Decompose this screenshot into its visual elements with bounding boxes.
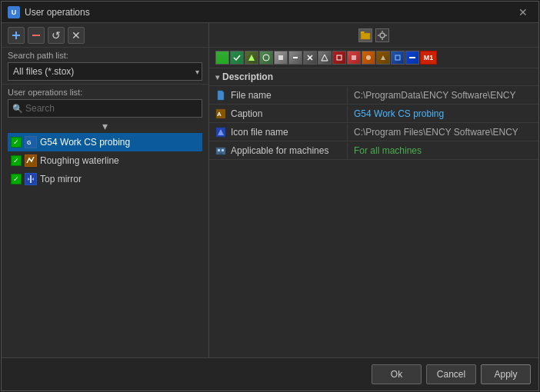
svg-point-16 [263,55,269,61]
window-title: User operations [25,7,514,18]
content-area: ↺ ✕ Search path list: All files (*.stox)… [2,23,538,357]
desc-key-caption: A Caption [209,105,348,122]
description-header: ▾ Description [209,68,538,86]
desc-key-label-icon-filename: Icon file name [231,127,288,138]
file-icon [215,90,226,101]
checkbox-checked-icon: ✓ [11,174,22,184]
checkbox-checked-icon: ✓ [11,137,22,148]
settings-icon[interactable] [375,28,389,42]
description-table: ▾ Description File name C:\P [209,68,538,357]
svg-rect-32 [218,149,220,151]
nav-folder-icon[interactable] [358,28,372,42]
desc-value-caption: G54 Work CS probing [348,105,450,122]
apply-button[interactable]: Apply [481,364,531,384]
strip-icon-4[interactable] [259,51,273,65]
mirror-icon [25,173,37,185]
strip-icon-7[interactable] [303,51,317,65]
description-header-label: Description [222,71,273,82]
icon-strip: M1 [209,48,538,68]
strip-icon-1[interactable] [215,51,229,65]
desc-key-label-filename: File name [231,90,272,101]
desc-key-filename: File name [209,87,348,104]
left-toolbar: ↺ ✕ [2,23,208,48]
main-window: U User operations ✕ ↺ ✕ Search path list… [1,1,539,391]
close-left-button[interactable]: ✕ [68,27,85,44]
desc-value-icon-filename: C:\Program Files\ENCY Software\ENCY [348,124,525,141]
g54-icon: G [25,136,37,148]
strip-icon-3[interactable] [245,51,258,65]
refresh-button[interactable]: ↺ [48,27,65,44]
desc-key-label-caption: Caption [231,108,262,119]
collapse-arrow-icon[interactable]: ▾ [215,73,219,81]
desc-value-machines: For all machines [348,142,428,159]
svg-rect-1 [12,35,20,36]
desc-key-label-machines: Applicable for machines [231,145,328,156]
search-path-dropdown-wrapper: All files (*.stox) ▾ [8,62,202,81]
ok-button[interactable]: Ok [372,364,422,384]
filter-arrow-icon: ▾ [8,120,202,132]
svg-marker-21 [322,55,328,61]
description-row-machines: Applicable for machines For all machines [209,141,538,160]
right-toolbar [209,23,538,48]
svg-point-24 [366,55,371,60]
user-ops-label: User operations list: [8,88,202,97]
strip-icon-2[interactable] [230,51,244,65]
svg-rect-34 [219,153,222,154]
item-label: G54 Work CS probing [40,137,130,148]
icon-file-icon [215,127,226,138]
item-label: Top mirror [40,174,82,184]
strip-icon-5[interactable] [274,51,288,65]
svg-rect-18 [293,57,298,58]
right-panel: M1 ▾ Description [209,23,538,357]
search-path-dropdown[interactable]: All files (*.stox) [8,62,202,81]
svg-marker-15 [248,55,255,61]
search-input[interactable] [8,99,202,118]
svg-rect-22 [337,55,342,60]
list-item[interactable]: ✓ G G54 Work CS probing [8,133,202,151]
svg-rect-23 [352,55,356,60]
desc-value-filename: C:\ProgramData\ENCY Software\ENCY [348,87,522,104]
add-button[interactable] [8,27,25,44]
svg-rect-33 [222,149,224,151]
desc-key-machines: Applicable for machines [209,142,348,159]
strip-icon-12[interactable] [376,51,390,65]
left-panel: ↺ ✕ Search path list: All files (*.stox)… [2,23,209,357]
remove-button[interactable] [28,27,45,44]
strip-icon-14[interactable] [405,51,419,65]
strip-icon-6[interactable] [288,51,302,65]
m1-badge[interactable]: M1 [420,51,437,65]
list-item[interactable]: ✓ Top mirror [8,170,202,188]
title-bar: U User operations ✕ [2,2,538,23]
window-icon: U [8,6,20,18]
checkbox-checked-icon: ✓ [11,155,22,166]
search-path-section: Search path list: All files (*.stox) ▾ [2,48,208,85]
rough-icon [25,154,37,167]
description-row-icon-filename: Icon file name C:\Program Files\ENCY Sof… [209,123,538,141]
window-close-button[interactable]: ✕ [514,5,532,20]
item-label: Roughing waterline [40,155,119,166]
strip-icon-10[interactable] [347,51,361,65]
search-box-wrapper: 🔍 [8,99,202,118]
strip-icon-8[interactable] [318,51,332,65]
search-icon: 🔍 [12,104,23,114]
ops-list: ✓ G G54 Work CS probing ✓ [8,133,202,357]
list-item[interactable]: ✓ Roughing waterline [8,151,202,170]
machines-icon [215,145,226,156]
description-row-caption: A Caption G54 Work CS probing [209,105,538,123]
strip-icon-11[interactable] [362,51,375,65]
search-path-label: Search path list: [8,51,202,60]
caption-icon: A [215,108,226,119]
strip-icon-9[interactable] [332,51,346,65]
svg-text:G: G [27,140,32,145]
svg-rect-2 [32,35,40,36]
svg-rect-25 [395,55,400,60]
user-ops-section: User operations list: 🔍 ▾ ✓ G [2,85,208,357]
svg-rect-17 [278,55,283,60]
svg-text:A: A [217,111,222,118]
desc-key-icon-filename: Icon file name [209,124,348,141]
strip-icon-13[interactable] [391,51,405,65]
bottom-bar: Ok Cancel Apply [2,357,538,390]
svg-point-10 [380,33,385,38]
cancel-button[interactable]: Cancel [426,364,476,384]
description-row-filename: File name C:\ProgramData\ENCY Software\E… [209,86,538,105]
